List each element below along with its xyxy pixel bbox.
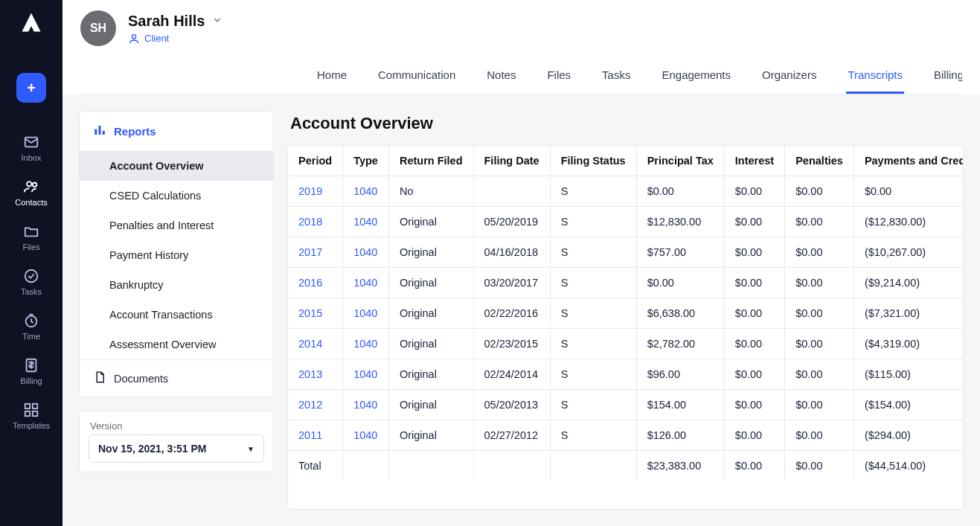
tab-files[interactable]: Files — [545, 68, 572, 94]
rail-item-tasks[interactable]: Tasks — [0, 262, 63, 307]
report-item[interactable]: Payment History — [80, 240, 273, 270]
cell-payments: ($9,214.00) — [854, 268, 964, 298]
period-link[interactable]: 2018 — [288, 207, 343, 237]
version-picker[interactable]: Nov 15, 2021, 3:51 PM ▼ — [89, 434, 264, 463]
version-value: Nov 15, 2021, 3:51 PM — [98, 443, 207, 455]
type-link[interactable]: 1040 — [343, 207, 389, 237]
column-header[interactable]: Filing Date — [473, 146, 550, 176]
cell-principal: $757.00 — [636, 237, 724, 268]
rail-item-label: Time — [22, 332, 40, 341]
rail-item-inbox[interactable]: Inbox — [0, 128, 63, 173]
column-header[interactable]: Payments and Credits — [854, 146, 964, 176]
rail-item-contacts[interactable]: Contacts — [0, 173, 63, 217]
report-item[interactable]: Account Overview — [80, 151, 273, 181]
table-header-row: PeriodTypeReturn FiledFiling DateFiling … — [288, 146, 964, 176]
rail-item-billing[interactable]: Billing — [0, 351, 63, 396]
column-header[interactable]: Return Filed — [388, 146, 473, 176]
rail-item-files[interactable]: Files — [0, 217, 63, 262]
header: SH Sarah Hills Client HomeCommunicationN… — [63, 0, 980, 94]
time-icon — [23, 312, 39, 329]
total-label: Total — [288, 451, 343, 481]
table-row: 20131040Original02/24/2014S$96.00$0.00$0… — [288, 359, 964, 390]
period-link[interactable]: 2019 — [288, 176, 343, 207]
cell-interest: $0.00 — [724, 176, 784, 207]
tab-billing[interactable]: Billing — [932, 68, 962, 94]
report-item[interactable]: Bankruptcy — [80, 270, 273, 300]
main-area: SH Sarah Hills Client HomeCommunicationN… — [63, 0, 980, 526]
report-list: Account OverviewCSED CalculationsPenalti… — [80, 151, 273, 359]
rail-item-label: Templates — [13, 421, 50, 430]
period-link[interactable]: 2017 — [288, 237, 343, 268]
column-header[interactable]: Interest — [724, 146, 784, 176]
type-link[interactable]: 1040 — [343, 420, 389, 451]
cell-penalties: $0.00 — [785, 359, 854, 390]
period-link[interactable]: 2013 — [288, 359, 343, 390]
reports-header[interactable]: Reports — [80, 112, 273, 151]
svg-rect-7 — [33, 404, 37, 408]
cell-return-filed: Original — [388, 390, 473, 420]
total-cell: $0.00 — [724, 451, 784, 481]
type-link[interactable]: 1040 — [343, 176, 389, 207]
column-header[interactable]: Type — [343, 146, 389, 176]
cell-filing-status: S — [550, 390, 636, 420]
cell-interest: $0.00 — [724, 268, 784, 298]
period-link[interactable]: 2016 — [288, 268, 343, 298]
report-item[interactable]: CSED Calculations — [80, 181, 273, 211]
rail-item-label: Files — [22, 243, 39, 251]
cell-penalties: $0.00 — [785, 420, 854, 451]
tab-organizers[interactable]: Organizers — [760, 68, 818, 94]
svg-rect-11 — [95, 129, 97, 135]
period-link[interactable]: 2015 — [288, 298, 343, 329]
svg-rect-12 — [99, 126, 101, 135]
client-name: Sarah Hills — [128, 13, 205, 30]
rail-item-time[interactable]: Time — [0, 307, 63, 351]
tab-communication[interactable]: Communication — [377, 68, 457, 94]
cell-filing-date: 02/24/2014 — [473, 359, 550, 390]
cell-return-filed: Original — [388, 268, 473, 298]
table-row: 20121040Original05/20/2013S$154.00$0.00$… — [288, 390, 964, 420]
side-panel: Reports Account OverviewCSED Calculation… — [79, 111, 274, 510]
column-header[interactable]: Penalties — [785, 146, 854, 176]
type-link[interactable]: 1040 — [343, 237, 389, 268]
cell-payments: ($294.00) — [854, 420, 964, 451]
type-link[interactable]: 1040 — [343, 268, 389, 298]
documents-item[interactable]: Documents — [80, 359, 273, 397]
period-link[interactable]: 2012 — [288, 390, 343, 420]
svg-rect-9 — [33, 411, 37, 416]
cell-filing-date: 05/20/2013 — [473, 390, 550, 420]
type-link[interactable]: 1040 — [343, 298, 389, 329]
total-cell — [343, 451, 389, 481]
chart-icon — [93, 124, 106, 139]
column-header[interactable]: Filing Status — [550, 146, 636, 176]
period-link[interactable]: 2011 — [288, 420, 343, 451]
period-link[interactable]: 2014 — [288, 329, 343, 359]
type-link[interactable]: 1040 — [343, 390, 389, 420]
cell-filing-status: S — [550, 329, 636, 359]
table-total-row: Total$23,383.00$0.00$0.00($44,514.00) — [288, 451, 964, 481]
cell-principal: $2,782.00 — [636, 329, 724, 359]
report-item[interactable]: Account Transactions — [80, 300, 273, 330]
cell-payments: ($154.00) — [854, 390, 964, 420]
cell-payments: ($4,319.00) — [854, 329, 964, 359]
add-button[interactable]: + — [16, 73, 46, 103]
tab-notes[interactable]: Notes — [485, 68, 517, 94]
cell-principal: $12,830.00 — [636, 207, 724, 237]
column-header[interactable]: Period — [288, 146, 343, 176]
report-item[interactable]: Assessment Overview — [80, 330, 273, 359]
workspace: Reports Account OverviewCSED Calculation… — [63, 94, 980, 526]
svg-point-2 — [33, 183, 37, 187]
cell-interest: $0.00 — [724, 237, 784, 268]
tab-transcripts[interactable]: Transcripts — [846, 68, 904, 94]
tab-engagements[interactable]: Engagements — [660, 68, 732, 94]
tab-tasks[interactable]: Tasks — [601, 68, 632, 94]
chevron-down-icon[interactable] — [212, 15, 222, 28]
report-item[interactable]: Penalties and Interest — [80, 211, 273, 240]
cell-filing-date: 02/27/2012 — [473, 420, 550, 451]
column-header[interactable]: Principal Tax — [636, 146, 724, 176]
type-link[interactable]: 1040 — [343, 359, 389, 390]
tab-home[interactable]: Home — [316, 68, 348, 94]
rail-item-templates[interactable]: Templates — [0, 396, 63, 440]
type-link[interactable]: 1040 — [343, 329, 389, 359]
cell-interest: $0.00 — [724, 359, 784, 390]
table-body: 20191040NoS$0.00$0.00$0.00$0.0020181040O… — [288, 176, 964, 481]
